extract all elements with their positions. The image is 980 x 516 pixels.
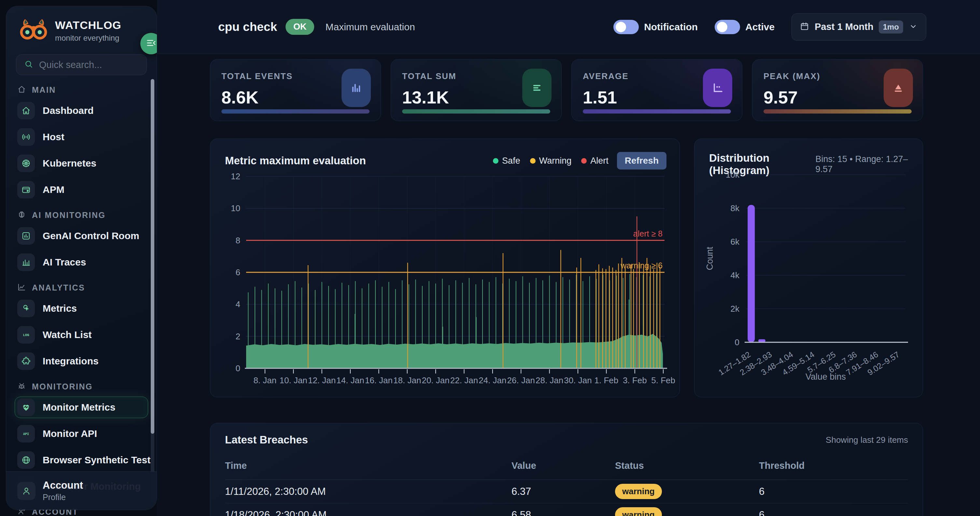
brain-icon	[17, 210, 26, 220]
refresh-button[interactable]: Refresh	[617, 152, 667, 170]
metrics-icon	[17, 300, 35, 317]
stat-card-total-events: TOTAL EVENTS8.6K	[210, 59, 381, 121]
svg-text:24. Jan: 24. Jan	[479, 375, 506, 385]
account-footer-title: Account	[43, 479, 83, 491]
sidebar-item-browser-synthetic-test[interactable]: Browser Synthetic Test	[15, 449, 148, 471]
api-icon: API	[17, 425, 35, 443]
svg-text:LOG: LOG	[23, 333, 29, 337]
svg-text:5. Feb: 5. Feb	[651, 375, 675, 385]
toggle-label: Active	[745, 21, 775, 33]
account-footer[interactable]: Account Profile	[6, 472, 157, 510]
apm-icon	[17, 181, 35, 198]
calendar-icon	[800, 21, 810, 33]
breaches-table-body: 1/11/2026, 2:30:00 AM6.37warning61/18/20…	[225, 480, 908, 516]
svg-text:14. Jan: 14. Jan	[336, 375, 364, 385]
sidebar-item-ai-traces[interactable]: AI Traces	[15, 251, 148, 273]
page-subtitle: Maximum evaluation	[325, 21, 415, 33]
stat-progress-bar	[221, 109, 369, 114]
dashboard-icon	[17, 102, 35, 119]
sidebar-item-metrics[interactable]: Metrics	[15, 298, 148, 319]
table-row[interactable]: 1/11/2026, 2:30:00 AM6.37warning6	[225, 480, 908, 503]
sidebar-item-dashboard[interactable]: Dashboard	[15, 100, 148, 121]
page-title: cpu check	[218, 20, 277, 34]
chevron-down-icon	[908, 21, 918, 33]
sidebar-scrollbar[interactable]	[151, 79, 154, 501]
host-icon	[17, 128, 35, 146]
globe-icon	[17, 451, 35, 469]
cell-time: 1/18/2026, 2:30:00 AM	[225, 509, 511, 516]
breaches-count-meta: Showing last 29 items	[826, 435, 908, 445]
svg-text:API: API	[23, 432, 29, 436]
cell-time: 1/11/2026, 2:30:00 AM	[225, 486, 511, 497]
kubernetes-icon	[17, 154, 35, 172]
section-header-analytics: ANALYTICS	[17, 283, 146, 293]
column-header-status: Status	[615, 460, 759, 471]
table-row[interactable]: 1/18/2026, 2:30:00 AM6.58warning6	[225, 503, 908, 516]
svg-text:4k: 4k	[730, 270, 740, 280]
sidebar-item-apm[interactable]: APM	[15, 179, 148, 200]
section-header-monitoring: MONITORING	[17, 382, 146, 392]
content: TOTAL EVENTS8.6KTOTAL SUM13.1KAVERAGE1.5…	[210, 54, 923, 516]
chart-title: Metric maximum evaluation	[225, 154, 366, 167]
date-range-picker[interactable]: Past 1 Month 1mo	[791, 13, 926, 41]
svg-text:30. Jan: 30. Jan	[564, 375, 592, 385]
latest-breaches-card: Latest Breaches Showing last 29 items Ti…	[210, 423, 923, 516]
stat-axis-icon	[703, 69, 732, 107]
sidebar-item-monitor-api[interactable]: APIMonitor API	[15, 423, 148, 445]
svg-text:22. Jan: 22. Jan	[450, 375, 478, 385]
svg-text:10k: 10k	[726, 171, 740, 179]
histogram-card: Distribution (Histogram) Bins: 15 • Rang…	[694, 138, 923, 397]
svg-text:28. Jan: 28. Jan	[536, 375, 563, 385]
status-badge: warning	[615, 484, 662, 499]
stat-progress-bar	[402, 109, 550, 114]
status-badge: OK	[286, 19, 315, 35]
genai-icon	[17, 227, 35, 245]
app-title: WATCHLOG	[55, 19, 121, 32]
search-icon	[24, 60, 33, 70]
sidebar-item-monitor-metrics[interactable]: Monitor Metrics	[15, 397, 148, 418]
cell-threshold: 6	[759, 486, 908, 497]
home-icon	[17, 85, 26, 95]
column-header-threshold: Threshold	[759, 460, 908, 471]
toggle-knob	[717, 22, 727, 32]
active-toggle[interactable]	[715, 20, 740, 34]
analytics-icon	[17, 283, 26, 293]
toggle-label: Notification	[644, 21, 698, 33]
monitor-metrics-icon	[17, 399, 35, 416]
column-header-value: Value	[511, 460, 615, 471]
scrollbar-thumb[interactable]	[151, 79, 154, 434]
sidebar-item-genai-control-room[interactable]: GenAI Control Room	[15, 225, 148, 247]
svg-text:6: 6	[236, 267, 240, 277]
bug-icon	[17, 382, 26, 392]
stat-card-total-sum: TOTAL SUM13.1K	[391, 59, 562, 121]
stat-progress-bar	[764, 109, 912, 114]
svg-text:6k: 6k	[730, 237, 740, 247]
sidebar-item-host[interactable]: Host	[15, 126, 148, 148]
stat-peak-icon	[884, 69, 913, 107]
section-header-main: MAIN	[17, 85, 146, 95]
sidebar-item-integrations[interactable]: Integrations	[15, 350, 148, 372]
svg-text:Value bins: Value bins	[805, 372, 846, 382]
user-icon	[17, 482, 35, 500]
status-badge: warning	[615, 507, 662, 516]
stat-sum-icon	[522, 69, 552, 107]
svg-text:0: 0	[735, 337, 740, 347]
svg-text:3. Feb: 3. Feb	[623, 375, 647, 385]
svg-text:8: 8	[236, 235, 240, 245]
metric-evaluation-card: Metric maximum evaluation SafeWarningAle…	[210, 138, 680, 397]
search-input[interactable]	[39, 60, 139, 70]
breaches-table-header: TimeValueStatusThreshold	[225, 460, 908, 480]
breaches-title: Latest Breaches	[225, 434, 308, 446]
svg-text:16. Jan: 16. Jan	[365, 375, 393, 385]
svg-text:12: 12	[231, 171, 240, 181]
sidebar-nav: MAINDashboardHostKubernetesAPMAI MONITOR…	[6, 85, 157, 516]
notification-toggle[interactable]	[613, 20, 639, 34]
column-header-time: Time	[225, 460, 511, 471]
sidebar-item-watch-list[interactable]: LOGWatch List	[15, 324, 148, 346]
svg-text:warning ≥ 6: warning ≥ 6	[620, 261, 663, 270]
sidebar: WATCHLOG monitor everything MAINDashboar…	[6, 6, 157, 510]
svg-text:8. Jan: 8. Jan	[253, 375, 277, 385]
quick-search[interactable]	[16, 54, 147, 75]
svg-text:2k: 2k	[730, 304, 740, 314]
sidebar-item-kubernetes[interactable]: Kubernetes	[15, 152, 148, 174]
